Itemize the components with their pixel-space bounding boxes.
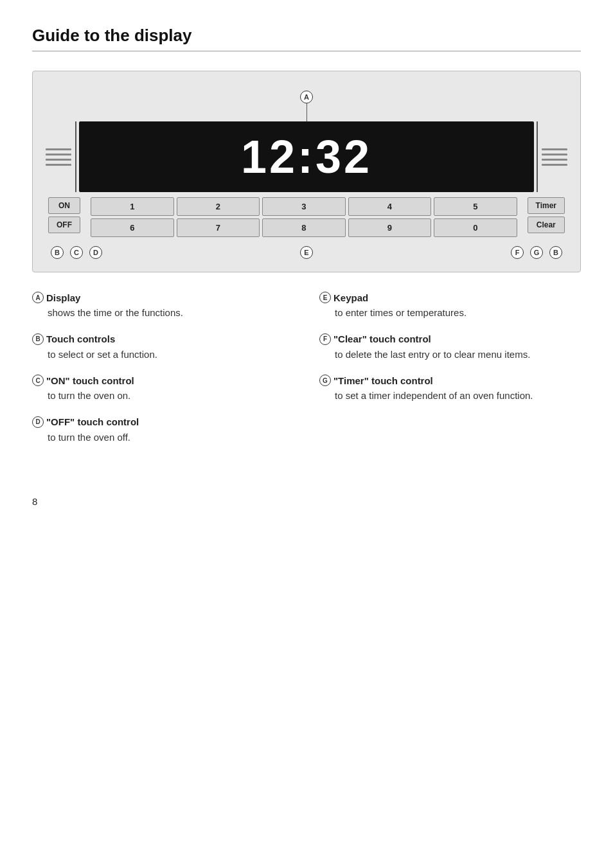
- page-title: Guide to the display: [32, 26, 581, 46]
- right-strip-1: [542, 148, 567, 150]
- desc-c-title: C "ON" touch control: [32, 375, 294, 386]
- desc-d-label: D: [32, 416, 44, 428]
- on-button[interactable]: ON: [48, 197, 80, 214]
- label-f-circle: F: [511, 246, 524, 259]
- desc-e: E Keypad to enter times or temperatures.: [319, 292, 581, 321]
- desc-g: G "Timer" touch control to set a timer i…: [319, 375, 581, 403]
- desc-e-title: E Keypad: [319, 292, 581, 303]
- main-display: 12:32: [79, 121, 534, 192]
- title-divider: [32, 51, 581, 51]
- right-strip-4: [542, 164, 567, 166]
- desc-b-body: to select or set a function.: [32, 348, 294, 362]
- key-2[interactable]: 2: [177, 197, 260, 216]
- left-strip-3: [46, 159, 71, 161]
- key-8[interactable]: 8: [262, 218, 346, 237]
- desc-g-body: to set a timer independent of an oven fu…: [319, 389, 581, 403]
- label-d-circle: D: [89, 246, 102, 259]
- desc-e-label: E: [319, 292, 331, 303]
- key-0[interactable]: 0: [434, 218, 517, 237]
- label-b-circle-right: B: [549, 246, 562, 259]
- desc-f-title: F "Clear" touch control: [319, 333, 581, 345]
- left-strip-2: [46, 154, 71, 155]
- key-1[interactable]: 1: [91, 197, 174, 216]
- desc-f: F "Clear" touch control to delete the la…: [319, 333, 581, 362]
- desc-a: A Display shows the time or the function…: [32, 292, 294, 321]
- label-a-circle: A: [300, 91, 313, 103]
- desc-f-body: to delete the last entry or to clear men…: [319, 348, 581, 362]
- key-9[interactable]: 9: [348, 218, 432, 237]
- key-5[interactable]: 5: [434, 197, 517, 216]
- left-strip-1: [46, 148, 71, 150]
- desc-e-body: to enter times or temperatures.: [319, 306, 581, 321]
- desc-a-title: A Display: [32, 292, 294, 303]
- right-strip-2: [542, 154, 567, 155]
- key-6[interactable]: 6: [91, 218, 174, 237]
- label-c-circle: C: [70, 246, 83, 259]
- key-4[interactable]: 4: [348, 197, 432, 216]
- left-strip-4: [46, 164, 71, 166]
- desc-b: B Touch controls to select or set a func…: [32, 333, 294, 362]
- label-e-circle: E: [300, 246, 313, 259]
- desc-f-label: F: [319, 333, 331, 345]
- label-g-circle: G: [530, 246, 543, 259]
- timer-clear-section: Timer Clear: [528, 197, 565, 233]
- clear-button[interactable]: Clear: [528, 217, 565, 233]
- desc-d-body: to turn the oven off.: [32, 430, 294, 445]
- page-number: 8: [32, 496, 581, 507]
- key-3[interactable]: 3: [262, 197, 346, 216]
- descriptions-section: A Display shows the time or the function…: [32, 292, 581, 457]
- desc-b-title: B Touch controls: [32, 333, 294, 345]
- desc-d-title: D "OFF" touch control: [32, 416, 294, 428]
- desc-c: C "ON" touch control to turn the oven on…: [32, 375, 294, 403]
- desc-g-title: G "Timer" touch control: [319, 375, 581, 386]
- desc-d: D "OFF" touch control to turn the oven o…: [32, 416, 294, 445]
- desc-a-body: shows the time or the functions.: [32, 306, 294, 321]
- keypad-section: 1 2 3 4 5 6 7 8 9 0: [91, 197, 517, 237]
- desc-c-label: C: [32, 375, 44, 386]
- timer-button[interactable]: Timer: [528, 197, 565, 214]
- right-strip-3: [542, 159, 567, 161]
- desc-b-label: B: [32, 333, 44, 345]
- desc-a-label: A: [32, 292, 44, 303]
- desc-g-label: G: [319, 375, 331, 386]
- key-7[interactable]: 7: [177, 218, 260, 237]
- off-button[interactable]: OFF: [48, 217, 80, 233]
- label-b-circle-left: B: [51, 246, 64, 259]
- on-off-section: ON OFF: [48, 197, 80, 233]
- desc-c-body: to turn the oven on.: [32, 389, 294, 403]
- diagram-area: A 12:32 ON OFF: [32, 71, 581, 272]
